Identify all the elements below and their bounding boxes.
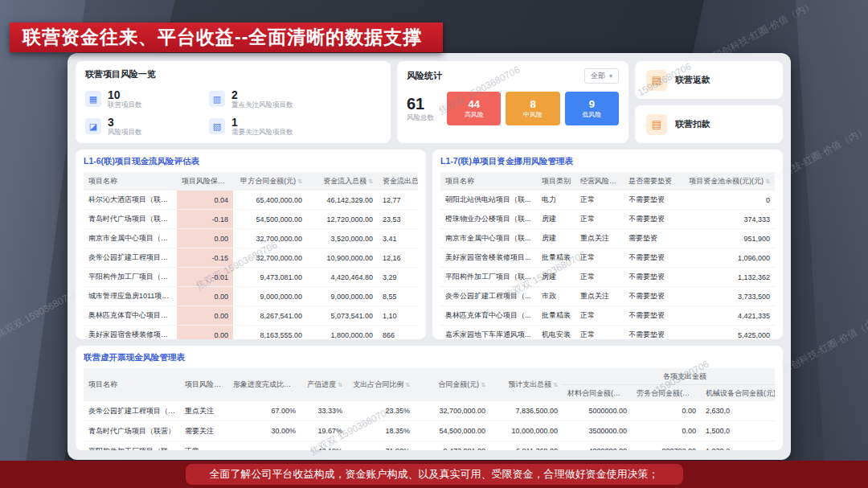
- pool-balance-link[interactable]: 1,132,362: [682, 268, 775, 287]
- material-contract-link[interactable]: 3500000.00: [563, 421, 632, 441]
- stat-value: 3: [108, 116, 142, 129]
- material-contract-link[interactable]: 5000000.00: [563, 401, 632, 421]
- labor-contract-link[interactable]: 800782.00: [632, 441, 701, 451]
- advance-cell: 不需要垫资: [624, 210, 682, 229]
- contract-amount-link[interactable]: 9,473,081.00: [415, 441, 490, 451]
- column-header-progress[interactable]: 形象进度完成比例(%): [228, 368, 301, 401]
- coefficient-cell: 0.00: [177, 229, 233, 248]
- table-header-row: 项目名称 项目风险级别 形象进度完成比例(%) 产值进度⇅ 支出占合同比例⇅ 合…: [84, 368, 775, 385]
- table-row: 科尔沁大酒店项目（联营） 0.04 65,400,000.00 46,142,3…: [84, 191, 418, 210]
- cashflow-table: 项目名称 项目风险保证系数⇅ 甲方合同金额(元)⇅ 资金流入总额⇅ 资金流出总额…: [84, 172, 418, 339]
- pool-balance-link[interactable]: 3,733,500: [682, 287, 775, 306]
- spend-ratio-cell: 23.35%: [347, 401, 415, 421]
- risk-box-label: 中风险: [523, 111, 542, 119]
- column-header-output-progress[interactable]: 产值进度⇅: [301, 368, 347, 401]
- pool-balance-link[interactable]: 4,421,335: [682, 306, 775, 326]
- stat-label: 重点关注风险项目数: [231, 101, 293, 109]
- column-header-pool-balance[interactable]: 项目资金池余额(元)(元)⇅: [682, 172, 775, 191]
- project-name-cell: 炎帝公园扩建工程项目（...: [440, 287, 537, 306]
- table-row: 南京市金属中心项目（联... 0.00 32,700,000.00 3,520,…: [84, 229, 418, 248]
- risk-statistics-card: 风险统计 全部 ▾ 61 风险总数 44: [397, 61, 628, 143]
- risk-level-cell: 重点关注: [180, 401, 228, 421]
- contract-amount-link[interactable]: 54,500,000.00: [233, 210, 307, 229]
- contract-amount-link[interactable]: 32,700,000.00: [233, 248, 307, 268]
- contract-amount-link[interactable]: 65,400,000.00: [233, 191, 307, 210]
- pool-balance-link[interactable]: 951,900: [682, 229, 775, 248]
- contract-amount-link[interactable]: 54,500,000.00: [415, 421, 490, 441]
- column-header-contract-amount[interactable]: 甲方合同金额(元)⇅: [233, 172, 307, 191]
- column-header-risk-level: 项目风险级别: [180, 368, 228, 401]
- lianying-refund-button[interactable]: ▤ 联营返款: [635, 61, 783, 99]
- risk-stats-title: 风险统计: [407, 70, 442, 82]
- action-label: 联营扣款: [675, 118, 710, 130]
- material-contract-link[interactable]: 4000000.00: [563, 441, 632, 451]
- column-header-project-name: 项目名称: [84, 172, 177, 191]
- outflow-cell: 1,10: [378, 306, 418, 326]
- advance-cell: 不需要垫资: [624, 248, 682, 268]
- contract-amount-link[interactable]: 32,700,000.00: [233, 229, 307, 248]
- sort-icon: ⇅: [368, 178, 373, 184]
- pool-balance-link[interactable]: 1,096,000: [682, 248, 775, 268]
- advance-cell: 不需要垫资: [624, 287, 682, 306]
- stat-body: 1 需要关注风险项目数: [231, 116, 293, 137]
- risk-level-box: 8 中风险: [506, 92, 559, 125]
- sort-icon: ⇅: [481, 382, 485, 388]
- column-header-spend-ratio[interactable]: 支出占合同比例⇅: [347, 368, 415, 401]
- column-header-labor-contract[interactable]: 劳务合同金额(元)⇅: [632, 385, 701, 402]
- column-header-estimated-spend[interactable]: 预计支出总额⇅: [490, 368, 563, 401]
- contract-amount-link[interactable]: 9,000,000.00: [233, 287, 307, 306]
- column-header-material-contract[interactable]: 材料合同金额(元)⇅: [563, 385, 632, 402]
- dashboard-panel: 联营项目风险一览 ▦ 10 联营项目数 ▥: [68, 53, 791, 460]
- column-header-project-name: 项目名称: [84, 368, 180, 401]
- column-header-inflow[interactable]: 资金流入总额⇅: [307, 172, 378, 191]
- stat-icon: ▦: [85, 91, 101, 107]
- risk-stats-body: 61 风险总数 44 高风险 8 中风险: [407, 92, 619, 125]
- action-label: 联营返款: [675, 74, 710, 86]
- risk-level-cell: 正常: [575, 306, 624, 326]
- table-row: 城市管理应急房1011项目... 0.00 9,000,000.00 9,000…: [84, 287, 418, 306]
- stat-icon: ▧: [209, 118, 225, 134]
- machinery-contract-link[interactable]: 1,030,2: [701, 441, 775, 451]
- table-row: 南京市金属中心项目（联... 房建 重点关注 需要垫资 951,900: [440, 229, 775, 248]
- contract-amount-link[interactable]: 8,163,555.00: [233, 326, 307, 340]
- misuse-table: 项目名称 项目类别 经营风险级别 是否需要垫资 项目资金池余额(元)(元)⇅: [440, 172, 775, 339]
- table-row: 橙珠物业办公楼项目（联... 房建 正常 不需要垫资 374,333: [440, 210, 775, 229]
- table-row: 嘉禾家园地下车库通风项... 机电安装 正常 不需要垫资 5,425,000: [440, 326, 775, 340]
- project-name-cell: 平阳构件加工厂项目（联...: [440, 268, 537, 287]
- outflow-cell: 3,29: [378, 268, 418, 287]
- tables-row: L1-6(联)项目现金流风险评估表 项目名称 项目风险保证系数⇅ 甲方合同金额(…: [76, 150, 783, 339]
- machinery-contract-link[interactable]: 1,500,0: [701, 421, 775, 441]
- coefficient-cell: -0.15: [177, 248, 233, 268]
- sort-icon: ⇅: [405, 382, 410, 388]
- column-header-contract-amount[interactable]: 合同金额(元)⇅: [415, 368, 490, 401]
- inflow-cell: 9,000,000.00: [307, 287, 378, 306]
- pool-balance-link[interactable]: 5,425,000: [682, 326, 775, 340]
- column-header-outflow[interactable]: 资金流出总额⇅: [378, 172, 418, 191]
- category-cell: 机电安装: [537, 326, 575, 340]
- lianying-deduction-button[interactable]: ▤ 联营扣款: [635, 105, 783, 143]
- contract-amount-link[interactable]: 8,267,541.00: [233, 306, 307, 326]
- labor-contract-link[interactable]: 0.00: [632, 401, 701, 421]
- table-header-row: 项目名称 项目风险保证系数⇅ 甲方合同金额(元)⇅ 资金流入总额⇅ 资金流出总额…: [84, 172, 418, 191]
- column-header-project-name: 项目名称: [440, 172, 537, 191]
- machinery-contract-link[interactable]: 2,630,0: [701, 401, 775, 421]
- coefficient-cell: 0.04: [177, 191, 233, 210]
- inflow-cell: 4,420,464.80: [307, 268, 378, 287]
- project-name-cell: 橙珠物业办公楼项目（联...: [440, 210, 537, 229]
- table-row: 平阳构件加工厂项目（联营） 正常 -- 43.18% 71.90% 9,473,…: [84, 441, 775, 451]
- stat-item: ▧ 1 需要关注风险项目数: [209, 113, 381, 140]
- labor-contract-link[interactable]: 0.00: [632, 421, 701, 441]
- pool-balance-link[interactable]: 374,333: [682, 210, 775, 229]
- contract-amount-link[interactable]: 9,473,081.00: [233, 268, 307, 287]
- table-row: 青岛时代广场项目（联营） 需要关注 30.00% 19.67% 18.35% 5…: [84, 421, 775, 441]
- risk-level-cell: 正常: [575, 268, 624, 287]
- contract-amount-link[interactable]: 32,700,000.00: [415, 401, 490, 421]
- pool-balance-link[interactable]: 0: [682, 191, 775, 210]
- column-header-machinery-contract[interactable]: 机械设备合同金额(元)⇅: [701, 385, 775, 402]
- column-header-coefficient[interactable]: 项目风险保证系数⇅: [177, 172, 233, 191]
- project-name-cell: 平阳构件加工厂项目（联...: [84, 268, 177, 287]
- risk-filter-select[interactable]: 全部 ▾: [584, 68, 619, 84]
- category-cell: 市政: [537, 287, 575, 306]
- misuse-table-body: 朝阳北站供电站项目（联... 电力 正常 不需要垫资 0 橙珠物业办公楼项目（联…: [440, 191, 775, 339]
- stat-body: 10 联营项目数: [108, 88, 142, 109]
